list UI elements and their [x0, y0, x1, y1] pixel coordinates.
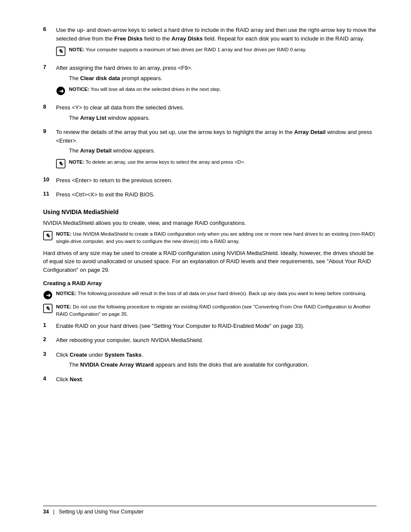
- step-9-content: To review the details of the array that …: [56, 128, 377, 172]
- creating-step-4-text: Click Next.: [56, 376, 84, 383]
- creating-step-1: 1 Enable RAID on your hard drives (see "…: [43, 322, 377, 332]
- creating-step-4-content: Click Next.: [56, 375, 377, 386]
- creating-step-4-number: 4: [43, 375, 56, 382]
- nvidia-body: Hard drives of any size may be used to c…: [43, 249, 377, 274]
- note-icon-nvidia: ✎: [43, 231, 53, 240]
- note-icon-creating: ✎: [43, 304, 53, 313]
- step-6-note: ✎ NOTE: Your computer supports a maximum…: [56, 46, 377, 56]
- step-9-text: To review the details of the array that …: [56, 129, 372, 144]
- creating-notice-text: NOTICE: The following procedure will res…: [56, 290, 367, 297]
- creating-step-3-content: Click Create under System Tasks. The NVI…: [56, 351, 377, 371]
- step-7-content: After assigning the hard drives to an ar…: [56, 64, 377, 99]
- step-7: 7 After assigning the hard drives to an …: [43, 64, 377, 99]
- step-10-number: 10: [43, 176, 56, 183]
- step-10: 10 Press <Enter> to return to the previo…: [43, 176, 377, 187]
- step-7-sub: The Clear disk data prompt appears.: [69, 74, 377, 83]
- creating-step-4: 4 Click Next.: [43, 375, 377, 386]
- svg-text:✎: ✎: [58, 161, 63, 167]
- svg-text:✎: ✎: [45, 305, 50, 312]
- step-8-number: 8: [43, 103, 56, 110]
- note-icon-9: ✎: [56, 159, 65, 168]
- step-10-content: Press <Enter> to return to the previous …: [56, 176, 377, 187]
- step-9-number: 9: [43, 128, 56, 134]
- svg-text:➜: ➜: [46, 292, 51, 299]
- creating-step-3: 3 Click Create under System Tasks. The N…: [43, 351, 377, 371]
- note-icon-6: ✎: [56, 47, 65, 56]
- svg-text:✎: ✎: [58, 48, 63, 55]
- creating-step-1-text: Enable RAID on your hard drives (see "Se…: [56, 323, 305, 329]
- creating-step-2: 2 After rebooting your computer, launch …: [43, 336, 377, 346]
- step-11-text: Press <Ctrl><X> to exit the RAID BIOS.: [56, 191, 155, 198]
- nvidia-section-desc: NVIDIA MediaShield allows you to create,…: [43, 219, 377, 227]
- creating-step-3-sub: The NVIDIA Create Array Wizard appears a…: [69, 361, 377, 369]
- step-6-mid1: field to the: [143, 35, 171, 42]
- step-7-number: 7: [43, 64, 56, 70]
- step-9-note-text: NOTE: To delete an array, use the arrow …: [69, 159, 245, 166]
- step-8: 8 Press <Y> to clear all data from the s…: [43, 103, 377, 124]
- footer-label: Setting Up and Using Your Computer: [59, 509, 143, 515]
- step-8-sub: The Array List window appears.: [69, 114, 377, 122]
- notice-icon-7: ➜: [56, 86, 65, 96]
- step-7-notice: ➜ NOTICE: You will lose all data on the …: [56, 86, 377, 96]
- creating-note: ✎ NOTE: Do not use the following procedu…: [43, 303, 377, 318]
- step-8-content: Press <Y> to clear all data from the sel…: [56, 103, 377, 124]
- creating-step-2-text: After rebooting your computer, launch NV…: [56, 337, 203, 343]
- page-number: 34: [43, 509, 49, 515]
- step-7-text: After assigning the hard drives to an ar…: [56, 65, 193, 71]
- svg-text:✎: ✎: [45, 233, 50, 239]
- step-6-mid2: field. Repeat for each disk you want to …: [202, 35, 364, 42]
- step-6-bold1: Free Disks: [114, 35, 143, 42]
- creating-section-heading: Creating a RAID Array: [43, 280, 377, 286]
- creating-step-2-number: 2: [43, 336, 56, 342]
- nvidia-note-text: NOTE: Use NVIDIA MediaShield to create a…: [56, 230, 377, 246]
- page: 6 Use the up- and down-arrow keys to sel…: [0, 0, 411, 532]
- step-6: 6 Use the up- and down-arrow keys to sel…: [43, 26, 377, 59]
- step-9: 9 To review the details of the array tha…: [43, 128, 377, 172]
- step-11-content: Press <Ctrl><X> to exit the RAID BIOS.: [56, 190, 377, 201]
- creating-step-1-content: Enable RAID on your hard drives (see "Se…: [56, 322, 377, 332]
- notice-icon-creating: ➜: [43, 290, 53, 300]
- step-9-sub: The Array Detail window appears.: [69, 146, 377, 155]
- creating-step-3-text: Click Create under System Tasks.: [56, 352, 143, 358]
- step-7-notice-text: NOTICE: You will lose all data on the se…: [69, 86, 221, 93]
- creating-notice: ➜ NOTICE: The following procedure will r…: [43, 290, 377, 300]
- step-6-note-text: NOTE: Your computer supports a maximum o…: [69, 46, 306, 53]
- step-8-text: Press <Y> to clear all data from the sel…: [56, 104, 184, 111]
- step-6-number: 6: [43, 26, 56, 32]
- step-9-note: ✎ NOTE: To delete an array, use the arro…: [56, 159, 377, 168]
- step-11: 11 Press <Ctrl><X> to exit the RAID BIOS…: [43, 190, 377, 201]
- step-10-text: Press <Enter> to return to the previous …: [56, 177, 172, 184]
- footer-divider: |: [53, 509, 54, 515]
- creating-step-2-content: After rebooting your computer, launch NV…: [56, 336, 377, 346]
- creating-step-3-number: 3: [43, 351, 56, 357]
- creating-step-1-number: 1: [43, 322, 56, 328]
- page-footer: 34 | Setting Up and Using Your Computer: [43, 506, 377, 515]
- nvidia-section-heading: Using NVIDIA MediaShield: [43, 208, 377, 215]
- nvidia-note: ✎ NOTE: Use NVIDIA MediaShield to create…: [43, 230, 377, 246]
- step-11-number: 11: [43, 190, 56, 197]
- step-6-bold2: Array Disks: [171, 35, 202, 42]
- creating-note-text: NOTE: Do not use the following procedure…: [56, 303, 377, 318]
- svg-text:➜: ➜: [59, 88, 64, 94]
- step-6-content: Use the up- and down-arrow keys to selec…: [56, 26, 377, 59]
